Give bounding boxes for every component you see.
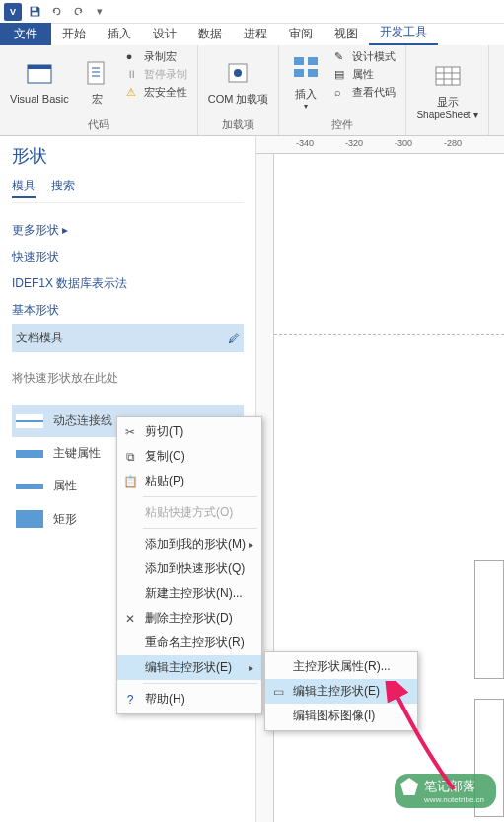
shapes-panel-tabs: 模具 搜索 xyxy=(12,178,244,203)
shapesheet-button[interactable]: 显示 ShapeSheet ▾ xyxy=(412,48,482,132)
chevron-right-icon: ▸ xyxy=(249,662,253,673)
ribbon-group-shapesheet: 显示 ShapeSheet ▾ xyxy=(406,45,489,135)
pause-icon: ⏸ xyxy=(126,68,140,82)
svg-rect-1 xyxy=(32,12,38,15)
horizontal-ruler: -340 -320 -300 -280 xyxy=(256,136,504,154)
annotation-arrow xyxy=(385,681,473,799)
ribbon-group-controls: 插入▾ ✎设计模式 ▤属性 ⌕查看代码 控件 xyxy=(279,45,406,135)
file-tab[interactable]: 文件 xyxy=(0,23,51,45)
stencil-edit-icon: 🖉 xyxy=(228,332,240,345)
tab-insert[interactable]: 插入 xyxy=(97,23,142,45)
submenu-master-props[interactable]: 主控形状属性(R)... xyxy=(265,654,417,679)
macro-button[interactable]: 宏 xyxy=(77,48,118,115)
view-code-icon: ⌕ xyxy=(334,86,348,100)
undo-icon[interactable] xyxy=(47,3,65,21)
menu-copy[interactable]: ⧉复制(C) xyxy=(117,444,261,469)
tab-developer[interactable]: 开发工具 xyxy=(369,21,438,45)
design-mode-icon: ✎ xyxy=(334,50,348,64)
menu-add-my-shapes[interactable]: 添加到我的形状(M)▸ xyxy=(117,532,261,557)
svg-rect-9 xyxy=(294,69,304,77)
visual-basic-icon xyxy=(24,59,55,91)
copy-icon: ⧉ xyxy=(123,450,137,464)
chevron-right-icon: ▸ xyxy=(249,539,253,550)
group-label-addins: 加载项 xyxy=(204,115,273,132)
tab-stencil[interactable]: 模具 xyxy=(12,178,36,198)
help-icon: ? xyxy=(123,693,137,707)
menu-separator xyxy=(143,496,257,497)
macro-security-button[interactable]: ⚠宏安全性 xyxy=(122,84,191,101)
connector-swatch-icon xyxy=(16,414,43,428)
rect-swatch-icon xyxy=(16,510,43,528)
document-stencil[interactable]: 文档模具 🖉 xyxy=(12,324,244,352)
design-mode-button[interactable]: ✎设计模式 xyxy=(330,48,399,65)
properties-icon: ▤ xyxy=(334,68,348,82)
menu-help[interactable]: ?帮助(H) xyxy=(117,687,261,711)
menu-add-quick-shapes[interactable]: 添加到快速形状(Q) xyxy=(117,557,261,581)
menu-separator xyxy=(143,683,257,684)
svg-point-6 xyxy=(234,69,242,77)
properties-button[interactable]: ▤属性 xyxy=(330,66,399,83)
ribbon-tabs: 文件 开始 插入 设计 数据 进程 审阅 视图 开发工具 xyxy=(0,24,504,45)
visio-app-icon: V xyxy=(4,3,22,21)
pause-record-button[interactable]: ⏸暂停录制 xyxy=(122,66,191,83)
svg-rect-11 xyxy=(436,67,460,85)
tab-design[interactable]: 设计 xyxy=(142,23,187,45)
idef1x-stencil[interactable]: IDEF1X 数据库表示法 xyxy=(12,270,244,297)
macro-icon xyxy=(82,58,113,90)
basic-shapes[interactable]: 基本形状 xyxy=(12,297,244,324)
security-icon: ⚠ xyxy=(126,86,140,100)
shapes-panel-title: 形状 xyxy=(12,144,244,168)
quick-shapes-hint: 将快速形状放在此处 xyxy=(12,370,244,387)
quick-shapes[interactable]: 快速形状 xyxy=(12,244,244,270)
menu-cut[interactable]: ✂剪切(T) xyxy=(117,419,261,444)
menu-edit-master[interactable]: 编辑主控形状(E)▸ xyxy=(117,655,261,680)
key-swatch-icon xyxy=(16,450,43,458)
com-addins-button[interactable]: COM 加载项 xyxy=(204,48,273,115)
menu-paste[interactable]: 📋粘贴(P) xyxy=(117,469,261,493)
addins-icon xyxy=(223,58,254,90)
menu-new-master[interactable]: 新建主控形状(N)... xyxy=(117,581,261,606)
ribbon-group-addins: COM 加载项 加载项 xyxy=(198,45,280,135)
group-label-code: 代码 xyxy=(6,115,191,132)
paste-icon: 📋 xyxy=(123,475,137,488)
svg-rect-0 xyxy=(32,7,36,10)
group-label-controls: 控件 xyxy=(285,115,399,132)
more-shapes[interactable]: 更多形状 ▸ xyxy=(12,217,244,244)
tab-search[interactable]: 搜索 xyxy=(51,178,75,198)
view-code-button[interactable]: ⌕查看代码 xyxy=(330,84,399,101)
record-icon: ● xyxy=(126,50,140,64)
tab-data[interactable]: 数据 xyxy=(187,23,233,45)
guide-line xyxy=(274,334,504,335)
svg-rect-4 xyxy=(88,62,104,84)
menu-paste-shortcut: 粘贴快捷方式(O) xyxy=(117,500,261,525)
svg-rect-7 xyxy=(294,57,304,65)
delete-icon: ✕ xyxy=(123,612,137,626)
record-macro-button[interactable]: ●录制宏 xyxy=(122,48,191,65)
edit-shape-icon: ▭ xyxy=(271,685,285,699)
context-menu: ✂剪切(T) ⧉复制(C) 📋粘贴(P) 粘贴快捷方式(O) 添加到我的形状(M… xyxy=(116,416,262,714)
insert-control-button[interactable]: 插入▾ xyxy=(285,48,326,115)
visual-basic-button[interactable]: Visual Basic xyxy=(6,48,73,115)
tab-view[interactable]: 视图 xyxy=(324,23,369,45)
page-edge xyxy=(474,560,504,679)
save-icon[interactable] xyxy=(26,3,43,21)
menu-separator xyxy=(143,528,257,529)
menu-rename-master[interactable]: 重命名主控形状(R) xyxy=(117,631,261,655)
chevron-right-icon: ▸ xyxy=(62,223,68,237)
cut-icon: ✂ xyxy=(123,425,137,439)
qat-more-icon[interactable]: ▾ xyxy=(91,3,108,21)
svg-rect-3 xyxy=(28,65,51,69)
attr-swatch-icon xyxy=(16,484,43,489)
ribbon-group-code: Visual Basic 宏 ●录制宏 ⏸暂停录制 ⚠宏安全性 代码 xyxy=(0,45,198,135)
menu-delete-master[interactable]: ✕删除主控形状(D) xyxy=(117,606,261,631)
tab-process[interactable]: 进程 xyxy=(233,23,278,45)
shapesheet-icon xyxy=(432,61,464,93)
redo-icon[interactable] xyxy=(69,3,87,21)
ribbon: Visual Basic 宏 ●录制宏 ⏸暂停录制 ⚠宏安全性 代码 COM 加… xyxy=(0,45,504,136)
svg-rect-8 xyxy=(308,57,318,65)
svg-rect-10 xyxy=(308,69,318,77)
tab-review[interactable]: 审阅 xyxy=(278,23,324,45)
insert-control-icon xyxy=(290,53,322,85)
tab-home[interactable]: 开始 xyxy=(51,23,97,45)
